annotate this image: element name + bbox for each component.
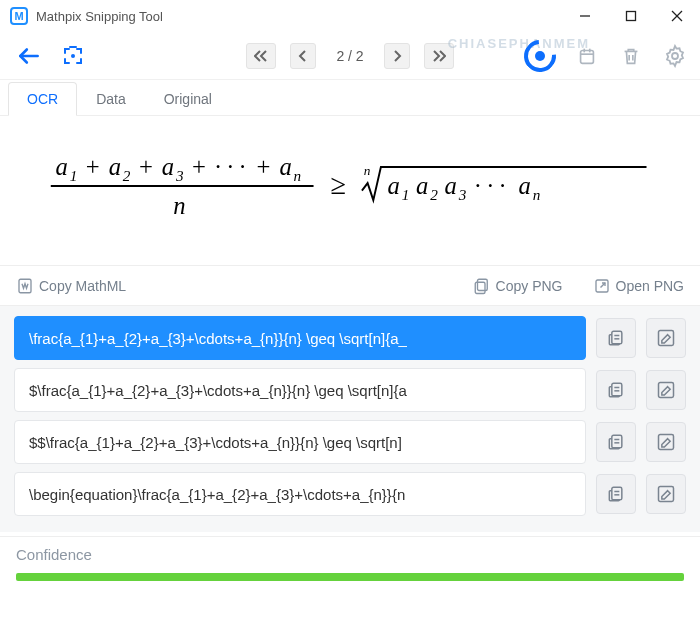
svg-text:+: + xyxy=(139,152,153,179)
snip-button[interactable] xyxy=(56,39,90,73)
svg-text:a: a xyxy=(416,171,428,198)
tab-label: OCR xyxy=(27,91,58,107)
svg-text:· · ·: · · · xyxy=(215,152,246,179)
svg-text:a: a xyxy=(388,171,400,198)
logo-icon xyxy=(524,40,556,72)
svg-rect-42 xyxy=(475,282,485,293)
last-page-button[interactable] xyxy=(424,43,454,69)
result-row[interactable]: \frac{a_{1}+a_{2}+a_{3}+\cdots+a_{n}}{n}… xyxy=(14,316,686,360)
copy-mathml-label: Copy MathML xyxy=(39,278,126,294)
svg-rect-41 xyxy=(477,279,487,290)
svg-rect-7 xyxy=(581,50,594,63)
svg-text:3: 3 xyxy=(458,186,467,203)
result-row[interactable]: $\frac{a_{1}+a_{2}+a_{3}+\cdots+a_{n}}{n… xyxy=(14,368,686,412)
edit-result-button[interactable] xyxy=(646,318,686,358)
svg-point-6 xyxy=(71,54,75,58)
svg-rect-55 xyxy=(659,435,674,450)
result-code[interactable]: \begin{equation}\frac{a_{1}+a_{2}+a_{3}+… xyxy=(14,472,586,516)
copy-png-button[interactable]: Copy PNG xyxy=(473,277,563,295)
svg-text:· · ·: · · · xyxy=(475,171,506,198)
page-counter: 2 / 2 xyxy=(330,48,370,64)
maximize-button[interactable] xyxy=(608,0,654,32)
confidence-bar xyxy=(16,573,684,581)
result-code[interactable]: $\frac{a_{1}+a_{2}+a_{3}+\cdots+a_{n}}{n… xyxy=(14,368,586,412)
divider xyxy=(0,536,700,546)
result-row[interactable]: \begin{equation}\frac{a_{1}+a_{2}+a_{3}+… xyxy=(14,472,686,516)
settings-button[interactable] xyxy=(662,43,688,69)
tab-bar: OCR Data Original xyxy=(0,80,700,116)
svg-rect-48 xyxy=(612,383,622,396)
title-bar: M Mathpix Snipping Tool xyxy=(0,0,700,32)
copy-bar: Copy MathML Copy PNG Open PNG xyxy=(0,266,700,306)
back-button[interactable] xyxy=(12,39,46,73)
svg-text:n: n xyxy=(364,162,371,177)
svg-text:a: a xyxy=(519,171,531,198)
edit-result-button[interactable] xyxy=(646,370,686,410)
pager: 2 / 2 xyxy=(246,43,454,69)
svg-text:1: 1 xyxy=(402,186,410,203)
svg-text:a: a xyxy=(109,152,121,179)
tab-data[interactable]: Data xyxy=(77,82,145,116)
svg-text:a: a xyxy=(162,152,174,179)
svg-text:≥: ≥ xyxy=(331,168,347,199)
toolbar: 2 / 2 CHIASEPHANMEM xyxy=(0,32,700,80)
svg-text:n: n xyxy=(533,186,541,203)
svg-rect-1 xyxy=(627,12,636,21)
confidence-fill xyxy=(16,573,684,581)
results-list: \frac{a_{1}+a_{2}+a_{3}+\cdots+a_{n}}{n}… xyxy=(0,306,700,532)
copy-result-button[interactable] xyxy=(596,474,636,514)
result-row[interactable]: $$\frac{a_{1}+a_{2}+a_{3}+\cdots+a_{n}}{… xyxy=(14,420,686,464)
copy-mathml-button[interactable]: Copy MathML xyxy=(16,277,126,295)
svg-rect-52 xyxy=(612,435,622,448)
tab-label: Data xyxy=(96,91,126,107)
edit-result-button[interactable] xyxy=(646,474,686,514)
copy-result-button[interactable] xyxy=(596,318,636,358)
tab-label: Original xyxy=(164,91,212,107)
svg-text:+: + xyxy=(257,152,271,179)
window-title: Mathpix Snipping Tool xyxy=(36,9,562,24)
svg-rect-40 xyxy=(19,279,31,293)
result-code[interactable]: \frac{a_{1}+a_{2}+a_{3}+\cdots+a_{n}}{n}… xyxy=(14,316,586,360)
svg-rect-51 xyxy=(659,383,674,398)
svg-rect-56 xyxy=(612,487,622,500)
tab-ocr[interactable]: OCR xyxy=(8,82,77,116)
svg-text:a: a xyxy=(445,171,457,198)
window-buttons xyxy=(562,0,700,32)
svg-text:a: a xyxy=(56,152,68,179)
svg-text:+: + xyxy=(86,152,100,179)
copy-result-button[interactable] xyxy=(596,422,636,462)
formula-rendering: a1 + a2 + a3 + · · · + an n ≥ n a1 a2 a3… xyxy=(46,148,653,233)
delete-button[interactable] xyxy=(618,43,644,69)
svg-text:2: 2 xyxy=(123,167,131,184)
history-button[interactable] xyxy=(574,43,600,69)
minimize-button[interactable] xyxy=(562,0,608,32)
prev-page-button[interactable] xyxy=(290,43,316,69)
tab-original[interactable]: Original xyxy=(145,82,231,116)
svg-text:+: + xyxy=(193,152,207,179)
svg-text:3: 3 xyxy=(175,167,184,184)
confidence-label: Confidence xyxy=(16,546,684,563)
toolbar-right xyxy=(524,40,688,72)
svg-rect-47 xyxy=(659,331,674,346)
first-page-button[interactable] xyxy=(246,43,276,69)
close-button[interactable] xyxy=(654,0,700,32)
svg-text:n: n xyxy=(294,167,302,184)
svg-point-13 xyxy=(672,53,678,59)
app-icon: M xyxy=(10,7,28,25)
edit-result-button[interactable] xyxy=(646,422,686,462)
formula-preview: a1 + a2 + a3 + · · · + an n ≥ n a1 a2 a3… xyxy=(0,116,700,266)
svg-rect-44 xyxy=(612,331,622,344)
copy-png-label: Copy PNG xyxy=(496,278,563,294)
next-page-button[interactable] xyxy=(384,43,410,69)
result-code[interactable]: $$\frac{a_{1}+a_{2}+a_{3}+\cdots+a_{n}}{… xyxy=(14,420,586,464)
confidence-section: Confidence xyxy=(0,546,700,595)
open-png-label: Open PNG xyxy=(616,278,684,294)
svg-text:n: n xyxy=(174,192,186,219)
svg-text:2: 2 xyxy=(431,186,439,203)
copy-result-button[interactable] xyxy=(596,370,636,410)
svg-rect-59 xyxy=(659,487,674,502)
svg-text:a: a xyxy=(280,152,292,179)
open-png-button[interactable]: Open PNG xyxy=(593,277,684,295)
svg-text:1: 1 xyxy=(70,167,78,184)
